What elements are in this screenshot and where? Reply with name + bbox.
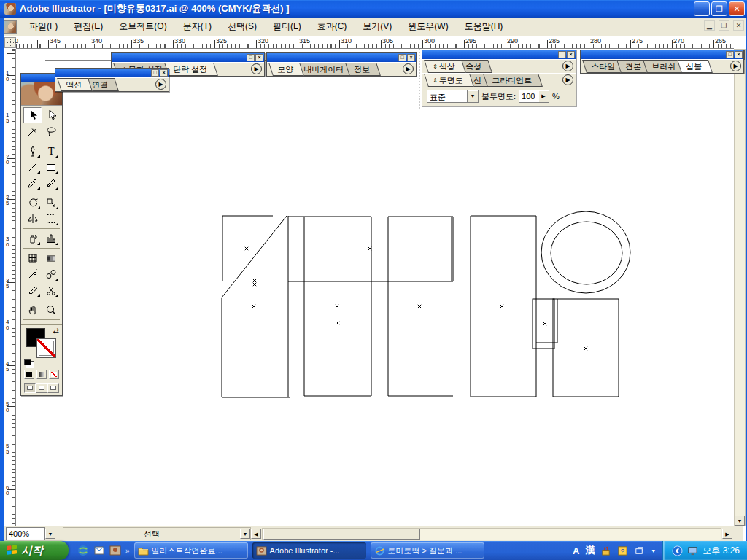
dropdown-arrow-icon[interactable]: ▼ <box>467 90 479 103</box>
paintbrush-tool[interactable] <box>23 175 42 191</box>
palette-menu-button[interactable]: ▶ <box>403 63 414 74</box>
appearance-navigator-info-palette[interactable]: □× 모양내비게이터정보▶ <box>266 52 417 77</box>
pencil-tool[interactable] <box>42 175 60 191</box>
palette-tab[interactable]: 정보 <box>345 63 381 76</box>
palette-title-bar[interactable]: □× <box>267 53 416 62</box>
palette-title-bar[interactable]: □× <box>112 53 264 62</box>
palette-menu-button[interactable]: ▶ <box>251 63 262 74</box>
color-button[interactable] <box>24 370 34 379</box>
standard-screen-mode-button[interactable] <box>24 383 36 393</box>
display-settings-icon[interactable] <box>687 545 698 556</box>
taskbar-task-button[interactable]: Adobe Illustrator -... <box>252 542 366 559</box>
pen-tool[interactable] <box>23 143 42 159</box>
fill-stroke-indicator[interactable]: ⇄ <box>24 327 59 368</box>
palette-tab[interactable]: 심볼 <box>677 60 713 73</box>
opacity-input[interactable]: 100 ▶ <box>519 90 549 103</box>
toolbox-palette[interactable]: T ⇄ <box>20 73 63 396</box>
vertical-scrollbar[interactable]: ▲ ▼ <box>734 49 746 526</box>
palette-tab[interactable]: 액션 <box>57 78 93 91</box>
color-transparency-palette[interactable]: –× ⇕색상속성▶ ⇕투명도선그라디언트▶ 표준 ▼ 불투명도: 100 ▶ % <box>422 50 576 106</box>
palette-title-bar[interactable]: □× <box>55 69 169 77</box>
zoom-level-field[interactable]: 400% <box>6 527 45 540</box>
spinner-arrow-icon[interactable]: ▶ <box>538 90 549 103</box>
palette-close-button[interactable]: × <box>160 69 168 77</box>
taskbar-task-button[interactable]: 일러스트작업완료... <box>134 542 248 559</box>
palette-tab[interactable]: ⇕색상 <box>424 60 466 73</box>
palette-title-bar[interactable]: □× <box>581 50 743 59</box>
doc-close-button[interactable]: ✕ <box>733 20 744 31</box>
palette-close-button[interactable]: × <box>255 54 263 61</box>
magic-wand-tool[interactable] <box>23 123 42 139</box>
language-bar-restore-icon[interactable] <box>634 545 645 556</box>
start-button[interactable]: 시작 <box>0 541 69 560</box>
stroke-swatch-none[interactable] <box>36 338 56 358</box>
horizontal-scroll-thumb[interactable] <box>263 529 420 540</box>
palette-tab[interactable]: ⇕투명도 <box>424 74 474 87</box>
rectangle-tool[interactable] <box>42 159 60 175</box>
menu-item[interactable]: 파일(F) <box>23 18 64 35</box>
rotate-tool[interactable] <box>23 195 42 211</box>
menu-item[interactable]: 도움말(H) <box>458 18 510 35</box>
horizontal-scrollbar[interactable] <box>262 528 721 540</box>
scissors-tool[interactable] <box>42 282 60 298</box>
fullscreen-menu-mode-button[interactable] <box>36 383 47 393</box>
collapse-arrows-icon[interactable]: ⇕ <box>433 63 438 70</box>
palette-minimize-button[interactable]: – <box>558 51 566 58</box>
palette-tab[interactable]: 단락 설정 <box>164 63 218 76</box>
none-button[interactable] <box>49 370 59 379</box>
zoom-dropdown-icon[interactable]: ▼ <box>45 529 55 539</box>
palette-menu-button[interactable]: ▶ <box>562 74 573 85</box>
ime-help-icon[interactable]: ? <box>617 545 628 556</box>
minimize-button[interactable]: ─ <box>694 1 710 16</box>
eyedropper-tool[interactable] <box>23 266 42 282</box>
scroll-left-icon[interactable]: ◀ <box>251 529 261 539</box>
swap-fill-stroke-icon[interactable]: ⇄ <box>53 327 59 335</box>
menu-item[interactable]: 문자(T) <box>177 18 218 35</box>
direct-selection-tool[interactable] <box>42 107 60 123</box>
status-dropdown-icon[interactable]: ▼ <box>240 529 250 539</box>
menu-item[interactable]: 필터(L) <box>266 18 308 35</box>
slice-tool[interactable] <box>23 282 42 298</box>
maximize-button[interactable]: ❐ <box>711 1 727 16</box>
graph-tool[interactable] <box>42 230 60 246</box>
type-tool[interactable]: T <box>42 143 60 159</box>
gradient-button[interactable] <box>36 370 47 379</box>
default-fill-stroke-icon[interactable] <box>24 359 31 365</box>
vertical-ruler[interactable]: 1 01 52 02 53 03 54 04 55 05 56 0 <box>4 49 16 526</box>
gradient-tool[interactable] <box>42 250 60 266</box>
language-bar-options-icon[interactable]: ▼ <box>651 548 656 553</box>
artwork-outline-drawing[interactable] <box>16 49 734 526</box>
ime-latin-indicator[interactable]: A <box>573 545 579 556</box>
palette-restore-button[interactable]: □ <box>247 54 255 61</box>
selection-tool[interactable] <box>23 107 42 123</box>
scroll-right-icon[interactable]: ▶ <box>722 529 732 539</box>
palette-tab[interactable]: 모양 <box>268 63 304 76</box>
menu-item[interactable]: 보기(V) <box>356 18 398 35</box>
scale-tool[interactable] <box>42 195 60 211</box>
palette-restore-button[interactable]: □ <box>726 51 734 58</box>
reflect-tool[interactable] <box>23 211 42 227</box>
title-bar[interactable]: Adobe Illustrator - [미향유통0317.ai @ 400% … <box>0 0 747 18</box>
menu-item[interactable]: 윈도우(W) <box>401 18 454 35</box>
taskbar-task-button[interactable]: 토마토맥 > 질문과 ... <box>371 542 484 559</box>
symbol-sprayer-tool[interactable] <box>23 230 42 246</box>
collapse-arrows-icon[interactable]: ⇕ <box>433 77 438 84</box>
fullscreen-mode-button[interactable] <box>47 383 59 393</box>
outlook-icon[interactable] <box>93 545 105 556</box>
blend-tool[interactable] <box>42 266 60 282</box>
menu-item[interactable]: 오브젝트(O) <box>112 18 173 35</box>
actions-links-palette[interactable]: □× 액션연결▶ <box>55 68 169 92</box>
line-tool[interactable] <box>23 159 42 175</box>
hide-icons-icon[interactable] <box>672 545 683 556</box>
palette-menu-button[interactable]: ▶ <box>562 61 573 71</box>
doc-minimize-button[interactable]: ▁ <box>704 20 715 31</box>
palette-close-button[interactable]: × <box>735 51 743 58</box>
palette-restore-button[interactable]: □ <box>151 69 159 77</box>
desktop-globe-icon[interactable] <box>77 545 89 556</box>
artboard-canvas[interactable] <box>16 49 734 526</box>
ime-hanja-indicator[interactable]: 漢 <box>585 544 595 557</box>
free-transform-tool[interactable] <box>42 211 60 227</box>
palette-tab[interactable]: 그라디언트 <box>483 74 543 87</box>
close-button[interactable]: ✕ <box>729 1 745 16</box>
menu-item[interactable]: 편집(E) <box>67 18 109 35</box>
